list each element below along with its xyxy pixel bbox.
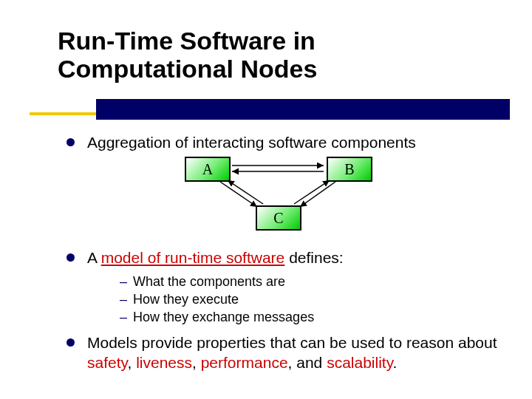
svg-line-5	[294, 180, 330, 204]
slide-body: Aggregation of interacting software comp…	[66, 133, 502, 380]
bullet-3-prefix: Models provide properties that can be us…	[87, 334, 497, 351]
bullet-item-3: Models provide properties that can be us…	[66, 333, 502, 372]
svg-line-4	[300, 182, 335, 207]
title-line-2: Computational Nodes	[58, 55, 317, 83]
accent-rule-navy	[96, 99, 510, 120]
bullet-3-word-4: scalability	[327, 354, 392, 371]
bullet-3-word-2: liveness	[136, 354, 192, 371]
bullet-3-sep-2: ,	[192, 354, 201, 371]
component-diagram: A B C	[102, 154, 471, 241]
bullet-3-end: .	[393, 354, 398, 371]
slide: Run-Time Software in Computational Nodes…	[0, 0, 532, 399]
title-line-1: Run-Time Software in	[58, 27, 316, 55]
sub-bullet-2: How they execute	[120, 290, 502, 308]
sub-bullet-3: How they exchange messages	[120, 308, 502, 326]
bullet-item-1: Aggregation of interacting software comp…	[66, 133, 502, 241]
svg-line-2	[220, 182, 257, 207]
bullet-2-suffix: defines:	[284, 249, 343, 266]
bullet-list: Aggregation of interacting software comp…	[66, 133, 502, 372]
sub-bullet-1: What the components are	[120, 273, 502, 290]
bullet-3-sep-1: ,	[127, 354, 136, 371]
slide-title: Run-Time Software in Computational Nodes	[58, 27, 317, 83]
svg-line-3	[228, 180, 263, 204]
sub-bullet-list: What the components are How they execute…	[87, 273, 502, 327]
diagram-arrows	[102, 154, 471, 241]
bullet-3-word-3: performance	[201, 354, 288, 371]
bullet-1-text: Aggregation of interacting software comp…	[87, 134, 416, 151]
accent-rule-yellow	[30, 112, 96, 115]
bullet-2-prefix: A	[87, 249, 101, 266]
bullet-3-word-1: safety	[87, 354, 127, 371]
bullet-item-2: A model of run-time software defines: Wh…	[66, 248, 502, 326]
bullet-3-sep-3: , and	[288, 354, 327, 371]
bullet-2-term: model of run-time software	[101, 249, 285, 266]
